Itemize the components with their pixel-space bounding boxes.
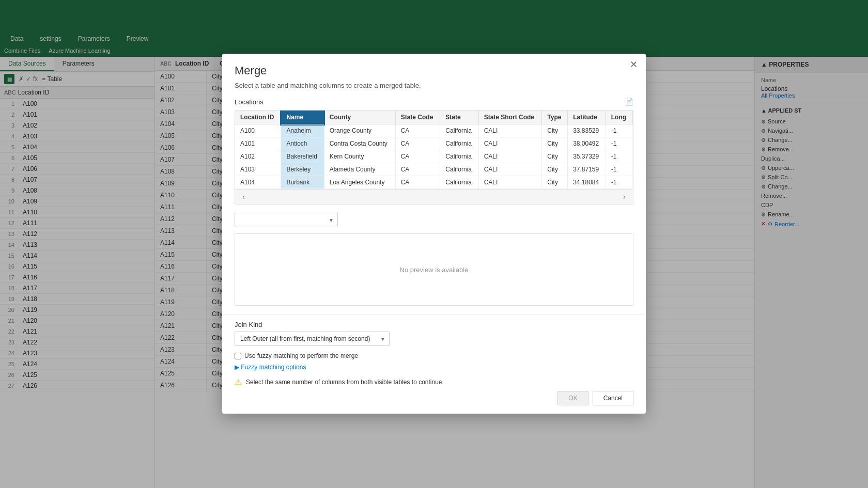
merge-table-cell: 33.83529 [568, 124, 606, 137]
merge-table-header-name[interactable]: Name [281, 111, 324, 124]
merge-table-cell: 37.87159 [568, 163, 606, 176]
merge-table-header-state[interactable]: State [440, 111, 478, 124]
merge-table-row: A103BerkeleyAlameda CountyCACaliforniaCA… [235, 163, 633, 176]
no-preview-text: No preview is available [400, 266, 469, 274]
merge-table-row: A104BurbankLos Angeles CountyCACaliforni… [235, 176, 633, 189]
merge-table-scroll: Location IDNameCountyState CodeStateStat… [235, 111, 633, 189]
merge-table-cell: City [542, 163, 568, 176]
first-merge-table: Location IDNameCountyState CodeStateStat… [235, 111, 633, 189]
no-preview-area: No preview is available [235, 233, 633, 306]
merge-table-cell: CA [395, 124, 440, 137]
merge-table-cell: CA [395, 150, 440, 163]
fuzzy-matching-checkbox[interactable] [235, 353, 241, 359]
merge-table-cell: City [542, 150, 568, 163]
merge-table-cell: CA [395, 137, 440, 150]
merge-table-cell: California [440, 137, 478, 150]
modal-close-btn[interactable]: ✕ [630, 60, 638, 69]
merge-table-cell: CALI [478, 150, 542, 163]
modal-footer: Join Kind Left Outer (all from first, ma… [222, 314, 646, 414]
merge-table-cell: Alameda County [324, 163, 395, 176]
merge-table-cell: CALI [478, 137, 542, 150]
warning-icon: ⚠ [235, 377, 242, 387]
merge-table-cell: A103 [235, 163, 281, 176]
join-kind-label: Join Kind [235, 321, 633, 328]
fuzzy-options-label: ▶ Fuzzy matching options [235, 364, 306, 371]
merge-table-cell: CALI [478, 176, 542, 189]
merge-table-header-type[interactable]: Type [542, 111, 568, 124]
merge-table-cell: A104 [235, 176, 281, 189]
fuzzy-matching-label: Use fuzzy matching to perform the merge [244, 352, 358, 359]
merge-table-cell: Kern County [324, 150, 395, 163]
merge-scroll-right-btn[interactable]: › [620, 192, 629, 202]
modal-overlay: ✕ Merge Select a table and matching colu… [0, 0, 868, 488]
merge-table-cell: -1 [606, 137, 632, 150]
merge-table-cell: 34.18084 [568, 176, 606, 189]
merge-table-cell: City [542, 124, 568, 137]
merge-table-cell: CALI [478, 163, 542, 176]
merge-table-header-county[interactable]: County [324, 111, 395, 124]
merge-table-header-latitude[interactable]: Latitude [568, 111, 606, 124]
merge-table-cell: Los Angeles County [324, 176, 395, 189]
merge-table-cell: Anaheim [281, 124, 324, 137]
join-kind-wrapper: Left Outer (all from first, matching fro… [235, 332, 390, 346]
join-kind-select[interactable]: Left Outer (all from first, matching fro… [235, 332, 390, 346]
warning-row: ⚠ Select the same number of columns from… [235, 377, 633, 387]
merge-table-cell: -1 [606, 163, 632, 176]
merge-table-row: A101AntiochContra Costa CountyCACaliforn… [235, 137, 633, 150]
fuzzy-options-toggle[interactable]: ▶ Fuzzy matching options [235, 364, 633, 371]
merge-table-cell: -1 [606, 124, 632, 137]
warning-text: Select the same number of columns from b… [246, 379, 444, 386]
merge-table-cell: Burbank [281, 176, 324, 189]
merge-table-cell: CALI [478, 124, 542, 137]
export-icon[interactable]: 📄 [625, 98, 633, 106]
second-table-dropdown[interactable] [235, 213, 338, 227]
merge-table-header-location-id[interactable]: Location ID [235, 111, 281, 124]
modal-action-buttons: OK Cancel [235, 391, 633, 405]
second-table-section: ▼ [235, 213, 633, 227]
merge-table-cell: -1 [606, 176, 632, 189]
merge-table-cell: California [440, 176, 478, 189]
merge-table-header-state-code[interactable]: State Code [395, 111, 440, 124]
modal-subtitle: Select a table and matching columns to c… [222, 82, 646, 98]
merge-table-cell: Orange County [324, 124, 395, 137]
merge-table-cell: CA [395, 163, 440, 176]
merge-table-row: A102BakersfieldKern CountyCACaliforniaCA… [235, 150, 633, 163]
merge-table-cell: 35.37329 [568, 150, 606, 163]
merge-table-cell: Antioch [281, 137, 324, 150]
merge-table-cell: California [440, 150, 478, 163]
merge-table-cell: City [542, 176, 568, 189]
first-merge-table-container: Location IDNameCountyState CodeStateStat… [235, 110, 633, 204]
merge-dialog: ✕ Merge Select a table and matching colu… [222, 54, 646, 414]
fuzzy-matching-row: Use fuzzy matching to perform the merge [235, 352, 633, 359]
merge-table-header-state-short-code[interactable]: State Short Code [478, 111, 542, 124]
merge-table-cell: 38.00492 [568, 137, 606, 150]
merge-table-row: A100AnaheimOrange CountyCACaliforniaCALI… [235, 124, 633, 137]
merge-table-cell: Contra Costa County [324, 137, 395, 150]
merge-scroll-left-btn[interactable]: ‹ [239, 192, 248, 202]
merge-table-cell: California [440, 163, 478, 176]
ok-button[interactable]: OK [557, 391, 588, 405]
merge-table-cell: A100 [235, 124, 281, 137]
second-table-dropdown-wrapper: ▼ [235, 213, 338, 227]
modal-body: Locations 📄 Location IDNameCountyState C… [222, 98, 646, 314]
merge-table-cell: City [542, 137, 568, 150]
merge-table-cell: Bakersfield [281, 150, 324, 163]
merge-table-nav: ‹ › [235, 189, 633, 204]
merge-table-cell: CA [395, 176, 440, 189]
cancel-button[interactable]: Cancel [593, 391, 633, 405]
merge-table-header-long[interactable]: Long [606, 111, 632, 124]
merge-table-cell: A101 [235, 137, 281, 150]
merge-table-cell: A102 [235, 150, 281, 163]
merge-table-cell: -1 [606, 150, 632, 163]
merge-table-cell: California [440, 124, 478, 137]
modal-title: Merge [222, 54, 646, 82]
first-table-label: Locations 📄 [235, 98, 633, 106]
merge-table-cell: Berkeley [281, 163, 324, 176]
